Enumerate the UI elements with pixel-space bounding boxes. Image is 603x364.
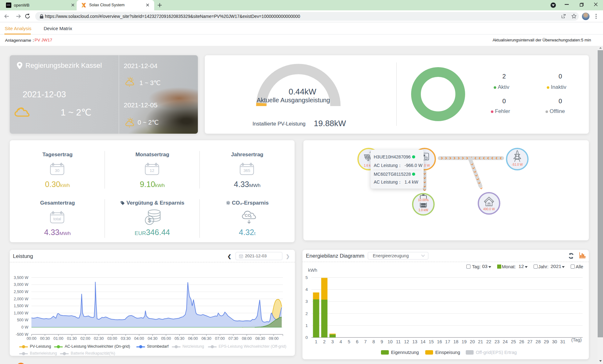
svg-text:12: 12 xyxy=(404,339,409,344)
svg-text:16: 16 xyxy=(437,339,442,344)
svg-text:10.00%: 10.00% xyxy=(418,198,429,202)
svg-text:2: 2 xyxy=(323,339,326,344)
svg-text:-51.0 W: -51.0 W xyxy=(512,163,523,166)
svg-text:2: 2 xyxy=(250,215,252,218)
svg-text:1,500 W: 1,500 W xyxy=(14,304,29,308)
svg-text:3,000 W: 3,000 W xyxy=(14,282,29,287)
svg-text:10: 10 xyxy=(388,339,393,344)
svg-text:3,500 W: 3,500 W xyxy=(14,276,29,280)
svg-text:4: 4 xyxy=(340,339,342,344)
svg-text:total: total xyxy=(53,217,61,221)
svg-text:17: 17 xyxy=(445,339,450,344)
svg-text:20: 20 xyxy=(470,339,475,344)
svg-text:365: 365 xyxy=(243,168,250,173)
svg-text:1.0 kW: 1.0 kW xyxy=(418,208,428,212)
svg-text:2: 2 xyxy=(305,311,308,316)
svg-text:30: 30 xyxy=(552,339,557,344)
svg-text:29: 29 xyxy=(544,339,549,344)
svg-text:23: 23 xyxy=(494,339,499,344)
svg-text:01:30: 01:30 xyxy=(67,336,77,341)
svg-text:09:00: 09:00 xyxy=(269,336,279,341)
svg-text:7: 7 xyxy=(364,339,367,344)
svg-text:13: 13 xyxy=(412,339,417,344)
svg-text:04:30: 04:30 xyxy=(148,336,157,341)
svg-text:2,000 W: 2,000 W xyxy=(14,297,29,301)
svg-text:4: 4 xyxy=(305,287,308,292)
svg-text:00:00: 00:00 xyxy=(27,336,36,341)
svg-text:28: 28 xyxy=(535,339,541,344)
svg-text:$: $ xyxy=(148,217,151,223)
svg-text:5: 5 xyxy=(305,275,308,280)
svg-text:1: 1 xyxy=(305,323,308,328)
svg-text:02:30: 02:30 xyxy=(94,336,104,341)
svg-text:08:30: 08:30 xyxy=(255,336,265,341)
svg-text:1: 1 xyxy=(315,339,317,344)
svg-text:04:00: 04:00 xyxy=(134,336,144,341)
svg-text:12: 12 xyxy=(150,168,154,173)
svg-text:07:30: 07:30 xyxy=(228,336,238,341)
svg-text:25: 25 xyxy=(511,339,516,344)
svg-text:02:00: 02:00 xyxy=(80,336,90,341)
svg-text:9: 9 xyxy=(381,339,383,344)
svg-text:00:30: 00:30 xyxy=(40,336,50,341)
svg-text:3: 3 xyxy=(305,299,308,304)
svg-text:5: 5 xyxy=(348,339,350,344)
svg-text:27: 27 xyxy=(527,339,532,344)
svg-text:22: 22 xyxy=(486,339,491,344)
svg-text:15: 15 xyxy=(429,339,434,344)
svg-text:2,500 W: 2,500 W xyxy=(14,290,29,294)
svg-text:0: 0 xyxy=(305,335,308,340)
svg-text:1,000 W: 1,000 W xyxy=(14,311,29,315)
svg-text:8: 8 xyxy=(372,339,375,344)
svg-text:11: 11 xyxy=(396,339,401,344)
svg-text:01:00: 01:00 xyxy=(53,336,63,341)
svg-text:19: 19 xyxy=(462,339,467,344)
svg-text:6: 6 xyxy=(356,339,358,344)
svg-text:(Tag): (Tag) xyxy=(571,337,582,342)
svg-text:05:30: 05:30 xyxy=(175,336,184,341)
svg-text:500 W: 500 W xyxy=(17,318,28,322)
svg-text:0 W: 0 W xyxy=(21,325,28,329)
svg-text:14: 14 xyxy=(421,339,426,344)
svg-text:07:00: 07:00 xyxy=(215,336,225,341)
svg-text:31: 31 xyxy=(560,339,565,344)
svg-text:3: 3 xyxy=(331,339,334,344)
svg-text:-500 W: -500 W xyxy=(16,332,28,337)
svg-text:24: 24 xyxy=(503,339,508,344)
svg-text:03:30: 03:30 xyxy=(121,336,131,341)
svg-text:06:30: 06:30 xyxy=(202,336,211,341)
svg-text:21: 21 xyxy=(478,339,483,344)
svg-text:08:00: 08:00 xyxy=(242,336,252,341)
svg-text:26: 26 xyxy=(519,339,524,344)
svg-text:30: 30 xyxy=(55,168,59,173)
svg-text:490.0 W: 490.0 W xyxy=(483,207,495,211)
svg-text:18: 18 xyxy=(454,339,459,344)
svg-text:05:00: 05:00 xyxy=(161,336,171,341)
svg-text:06:00: 06:00 xyxy=(188,336,198,341)
svg-text:03:00: 03:00 xyxy=(107,336,117,341)
